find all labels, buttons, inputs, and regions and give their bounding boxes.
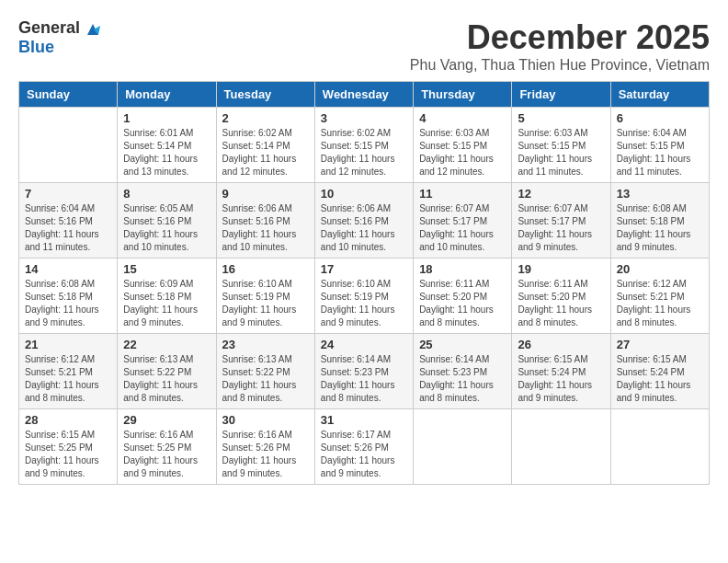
day-number: 4 bbox=[419, 111, 506, 125]
day-number: 6 bbox=[617, 111, 703, 125]
calendar-cell: 26Sunrise: 6:15 AMSunset: 5:24 PMDayligh… bbox=[512, 334, 610, 409]
calendar-week-row: 28Sunrise: 6:15 AMSunset: 5:25 PMDayligh… bbox=[19, 409, 710, 485]
weekday-header-thursday: Thursday bbox=[414, 82, 512, 108]
calendar-cell: 20Sunrise: 6:12 AMSunset: 5:21 PMDayligh… bbox=[610, 259, 709, 334]
day-sun-info: Sunrise: 6:02 AMSunset: 5:14 PMDaylight:… bbox=[222, 127, 309, 178]
calendar-cell: 24Sunrise: 6:14 AMSunset: 5:23 PMDayligh… bbox=[314, 334, 413, 409]
day-sun-info: Sunrise: 6:14 AMSunset: 5:23 PMDaylight:… bbox=[321, 353, 407, 405]
day-number: 23 bbox=[222, 338, 309, 351]
calendar-cell: 12Sunrise: 6:07 AMSunset: 5:17 PMDayligh… bbox=[512, 183, 610, 259]
weekday-header-sunday: Sunday bbox=[19, 82, 118, 108]
calendar-cell: 15Sunrise: 6:09 AMSunset: 5:18 PMDayligh… bbox=[118, 259, 216, 334]
day-number: 12 bbox=[518, 187, 604, 201]
calendar-cell: 28Sunrise: 6:15 AMSunset: 5:25 PMDayligh… bbox=[19, 409, 118, 485]
day-number: 7 bbox=[25, 187, 111, 201]
day-number: 24 bbox=[321, 338, 407, 351]
day-number: 3 bbox=[321, 111, 407, 125]
day-sun-info: Sunrise: 6:13 AMSunset: 5:22 PMDaylight:… bbox=[123, 353, 210, 405]
day-sun-info: Sunrise: 6:04 AMSunset: 5:15 PMDaylight:… bbox=[617, 127, 703, 178]
calendar-cell: 2Sunrise: 6:02 AMSunset: 5:14 PMDaylight… bbox=[216, 108, 314, 183]
day-sun-info: Sunrise: 6:10 AMSunset: 5:19 PMDaylight:… bbox=[321, 278, 407, 329]
calendar-cell: 7Sunrise: 6:04 AMSunset: 5:16 PMDaylight… bbox=[19, 183, 118, 259]
day-sun-info: Sunrise: 6:17 AMSunset: 5:26 PMDaylight:… bbox=[321, 429, 407, 480]
day-sun-info: Sunrise: 6:07 AMSunset: 5:17 PMDaylight:… bbox=[419, 202, 506, 254]
day-number: 11 bbox=[419, 187, 506, 201]
day-number: 15 bbox=[123, 262, 210, 276]
title-block: December 2025 Phu Vang, Thua Thien Hue P… bbox=[410, 18, 710, 74]
calendar-cell: 29Sunrise: 6:16 AMSunset: 5:25 PMDayligh… bbox=[118, 409, 216, 485]
calendar-week-row: 7Sunrise: 6:04 AMSunset: 5:16 PMDaylight… bbox=[19, 183, 710, 259]
day-number: 1 bbox=[123, 111, 210, 125]
calendar-body: 1Sunrise: 6:01 AMSunset: 5:14 PMDaylight… bbox=[19, 108, 710, 485]
calendar-cell: 30Sunrise: 6:16 AMSunset: 5:26 PMDayligh… bbox=[216, 409, 314, 485]
calendar-cell bbox=[610, 409, 709, 485]
day-sun-info: Sunrise: 6:15 AMSunset: 5:24 PMDaylight:… bbox=[518, 353, 604, 405]
weekday-header-monday: Monday bbox=[118, 82, 216, 108]
day-number: 21 bbox=[25, 338, 111, 351]
calendar-week-row: 21Sunrise: 6:12 AMSunset: 5:21 PMDayligh… bbox=[19, 334, 710, 409]
logo: General Blue bbox=[18, 18, 100, 57]
calendar-cell bbox=[414, 409, 512, 485]
logo-blue-text: Blue bbox=[18, 38, 54, 56]
day-sun-info: Sunrise: 6:08 AMSunset: 5:18 PMDaylight:… bbox=[25, 278, 111, 329]
day-sun-info: Sunrise: 6:08 AMSunset: 5:18 PMDaylight:… bbox=[617, 202, 703, 254]
day-number: 27 bbox=[617, 338, 703, 351]
day-number: 29 bbox=[123, 413, 210, 427]
location-subtitle: Phu Vang, Thua Thien Hue Province, Vietn… bbox=[410, 57, 710, 74]
weekday-header-wednesday: Wednesday bbox=[314, 82, 413, 108]
calendar-cell: 16Sunrise: 6:10 AMSunset: 5:19 PMDayligh… bbox=[216, 259, 314, 334]
day-number: 30 bbox=[222, 413, 309, 427]
day-number: 13 bbox=[617, 187, 703, 201]
calendar-cell: 6Sunrise: 6:04 AMSunset: 5:15 PMDaylight… bbox=[610, 108, 709, 183]
day-sun-info: Sunrise: 6:12 AMSunset: 5:21 PMDaylight:… bbox=[25, 353, 111, 405]
day-sun-info: Sunrise: 6:06 AMSunset: 5:16 PMDaylight:… bbox=[321, 202, 407, 254]
calendar-week-row: 1Sunrise: 6:01 AMSunset: 5:14 PMDaylight… bbox=[19, 108, 710, 183]
calendar-cell: 13Sunrise: 6:08 AMSunset: 5:18 PMDayligh… bbox=[610, 183, 709, 259]
day-number: 10 bbox=[321, 187, 407, 201]
day-sun-info: Sunrise: 6:16 AMSunset: 5:26 PMDaylight:… bbox=[222, 429, 309, 480]
calendar-cell: 19Sunrise: 6:11 AMSunset: 5:20 PMDayligh… bbox=[512, 259, 610, 334]
day-sun-info: Sunrise: 6:12 AMSunset: 5:21 PMDaylight:… bbox=[617, 278, 703, 329]
day-sun-info: Sunrise: 6:03 AMSunset: 5:15 PMDaylight:… bbox=[419, 127, 506, 178]
calendar-cell: 21Sunrise: 6:12 AMSunset: 5:21 PMDayligh… bbox=[19, 334, 118, 409]
day-sun-info: Sunrise: 6:05 AMSunset: 5:16 PMDaylight:… bbox=[123, 202, 210, 254]
weekday-header-tuesday: Tuesday bbox=[216, 82, 314, 108]
day-number: 20 bbox=[617, 262, 703, 276]
logo-bird-icon bbox=[85, 22, 100, 37]
day-number: 31 bbox=[321, 413, 407, 427]
day-number: 8 bbox=[123, 187, 210, 201]
weekday-header-friday: Friday bbox=[512, 82, 610, 108]
page-header: General Blue December 2025 Phu Vang, Thu… bbox=[18, 18, 710, 74]
weekday-header-row: SundayMondayTuesdayWednesdayThursdayFrid… bbox=[19, 82, 710, 108]
calendar-cell: 4Sunrise: 6:03 AMSunset: 5:15 PMDaylight… bbox=[414, 108, 512, 183]
calendar-cell: 3Sunrise: 6:02 AMSunset: 5:15 PMDaylight… bbox=[314, 108, 413, 183]
calendar-cell: 27Sunrise: 6:15 AMSunset: 5:24 PMDayligh… bbox=[610, 334, 709, 409]
logo-general-text: General bbox=[18, 18, 80, 37]
calendar-cell: 11Sunrise: 6:07 AMSunset: 5:17 PMDayligh… bbox=[414, 183, 512, 259]
day-number: 5 bbox=[518, 111, 604, 125]
day-sun-info: Sunrise: 6:07 AMSunset: 5:17 PMDaylight:… bbox=[518, 202, 604, 254]
calendar-cell: 22Sunrise: 6:13 AMSunset: 5:22 PMDayligh… bbox=[118, 334, 216, 409]
calendar-cell: 31Sunrise: 6:17 AMSunset: 5:26 PMDayligh… bbox=[314, 409, 413, 485]
day-sun-info: Sunrise: 6:13 AMSunset: 5:22 PMDaylight:… bbox=[222, 353, 309, 405]
calendar-cell: 9Sunrise: 6:06 AMSunset: 5:16 PMDaylight… bbox=[216, 183, 314, 259]
day-sun-info: Sunrise: 6:11 AMSunset: 5:20 PMDaylight:… bbox=[419, 278, 506, 329]
calendar-cell: 5Sunrise: 6:03 AMSunset: 5:15 PMDaylight… bbox=[512, 108, 610, 183]
day-number: 14 bbox=[25, 262, 111, 276]
day-sun-info: Sunrise: 6:11 AMSunset: 5:20 PMDaylight:… bbox=[518, 278, 604, 329]
day-number: 25 bbox=[419, 338, 506, 351]
day-sun-info: Sunrise: 6:10 AMSunset: 5:19 PMDaylight:… bbox=[222, 278, 309, 329]
day-number: 17 bbox=[321, 262, 407, 276]
calendar-cell: 17Sunrise: 6:10 AMSunset: 5:19 PMDayligh… bbox=[314, 259, 413, 334]
day-sun-info: Sunrise: 6:02 AMSunset: 5:15 PMDaylight:… bbox=[321, 127, 407, 178]
day-number: 22 bbox=[123, 338, 210, 351]
calendar-table: SundayMondayTuesdayWednesdayThursdayFrid… bbox=[18, 81, 710, 485]
calendar-cell: 10Sunrise: 6:06 AMSunset: 5:16 PMDayligh… bbox=[314, 183, 413, 259]
day-sun-info: Sunrise: 6:09 AMSunset: 5:18 PMDaylight:… bbox=[123, 278, 210, 329]
day-sun-info: Sunrise: 6:04 AMSunset: 5:16 PMDaylight:… bbox=[25, 202, 111, 254]
calendar-cell: 18Sunrise: 6:11 AMSunset: 5:20 PMDayligh… bbox=[414, 259, 512, 334]
day-sun-info: Sunrise: 6:16 AMSunset: 5:25 PMDaylight:… bbox=[123, 429, 210, 480]
day-sun-info: Sunrise: 6:15 AMSunset: 5:24 PMDaylight:… bbox=[617, 353, 703, 405]
calendar-cell: 8Sunrise: 6:05 AMSunset: 5:16 PMDaylight… bbox=[118, 183, 216, 259]
day-sun-info: Sunrise: 6:14 AMSunset: 5:23 PMDaylight:… bbox=[419, 353, 506, 405]
